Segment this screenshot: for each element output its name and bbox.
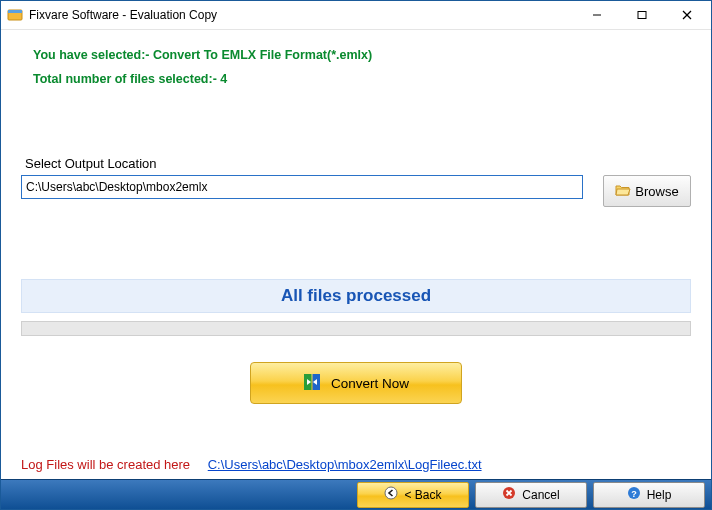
application-window: Fixvare Software - Evaluation Copy You h… xyxy=(0,0,712,510)
cancel-button[interactable]: Cancel xyxy=(475,482,587,508)
help-icon: ? xyxy=(627,486,641,503)
browse-button-label: Browse xyxy=(635,184,678,199)
log-label: Log Files will be created here xyxy=(21,457,190,472)
cancel-icon xyxy=(502,486,516,503)
log-info-row: Log Files will be created here C:\Users\… xyxy=(21,457,482,472)
selection-summary-format: You have selected:- Convert To EMLX File… xyxy=(33,48,691,62)
minimize-button[interactable] xyxy=(574,1,619,29)
maximize-button[interactable] xyxy=(619,1,664,29)
help-button-label: Help xyxy=(647,488,672,502)
cancel-button-label: Cancel xyxy=(522,488,559,502)
output-location-label: Select Output Location xyxy=(25,156,691,171)
window-title: Fixvare Software - Evaluation Copy xyxy=(29,8,574,22)
close-button[interactable] xyxy=(664,1,709,29)
svg-text:?: ? xyxy=(631,489,637,499)
progress-bar xyxy=(21,321,691,336)
content-area: You have selected:- Convert To EMLX File… xyxy=(1,30,711,480)
back-button-label: < Back xyxy=(404,488,441,502)
help-button[interactable]: ? Help xyxy=(593,482,705,508)
arrow-left-icon xyxy=(384,486,398,503)
convert-icon xyxy=(303,373,321,394)
browse-button[interactable]: Browse xyxy=(603,175,691,207)
selection-summary-count: Total number of files selected:- 4 xyxy=(33,72,691,86)
svg-point-8 xyxy=(385,487,397,499)
status-message: All files processed xyxy=(281,286,431,305)
output-location-row: Browse xyxy=(21,175,691,207)
app-icon xyxy=(7,7,23,23)
folder-open-icon xyxy=(615,183,631,200)
convert-button-label: Convert Now xyxy=(331,376,409,391)
title-bar: Fixvare Software - Evaluation Copy xyxy=(1,1,711,30)
svg-rect-1 xyxy=(8,10,22,13)
svg-rect-3 xyxy=(638,12,646,19)
output-path-input[interactable] xyxy=(21,175,583,199)
convert-now-button[interactable]: Convert Now xyxy=(250,362,462,404)
wizard-footer: < Back Cancel ? Help xyxy=(1,479,711,509)
log-file-link[interactable]: C:\Users\abc\Desktop\mbox2emlx\LogFileec… xyxy=(208,457,482,472)
status-panel: All files processed xyxy=(21,279,691,313)
back-button[interactable]: < Back xyxy=(357,482,469,508)
